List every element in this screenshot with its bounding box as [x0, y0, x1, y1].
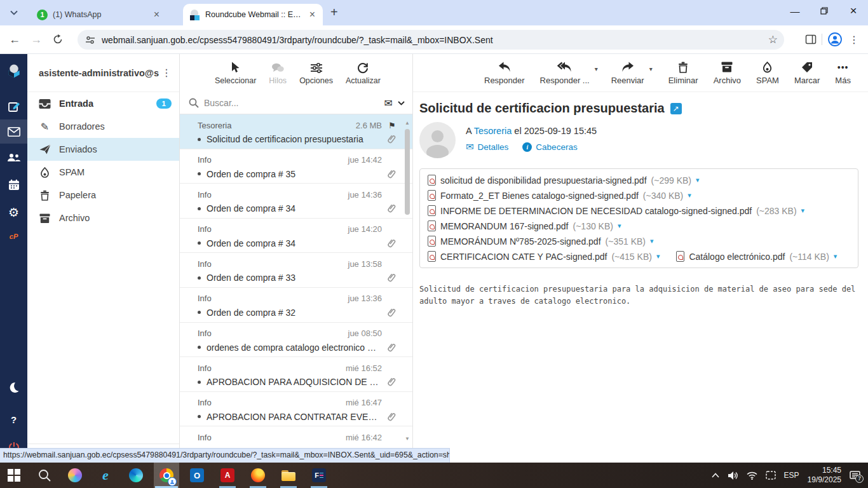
search-options-chevron-icon[interactable]	[398, 101, 405, 105]
file-explorer-button[interactable]	[276, 463, 301, 488]
forward-button[interactable]: →	[25, 29, 47, 50]
message-row[interactable]: Tesoreria2.6 MB⚑ Solicitud de certificac…	[180, 114, 412, 149]
restore-button[interactable]	[810, 0, 839, 22]
flag-icon[interactable]: ⚑	[382, 121, 396, 130]
message-row[interactable]: Infojue 13:36 Orden de compra # 32	[180, 288, 412, 323]
scrollbar-thumb[interactable]	[405, 129, 410, 215]
minimize-button[interactable]: —	[780, 0, 810, 22]
headers-link[interactable]: i Cabeceras	[522, 141, 577, 152]
start-button[interactable]	[1, 463, 27, 488]
help-button[interactable]: ?	[0, 407, 27, 431]
tab-search-button[interactable]	[5, 4, 23, 22]
nav-calendar-button[interactable]	[0, 173, 27, 197]
details-link[interactable]: ✉ Detalles	[466, 141, 508, 152]
dark-mode-button[interactable]	[0, 375, 27, 399]
message-row[interactable]: Infojue 08:50 ordenes de compra catalogo…	[180, 323, 412, 358]
attachment-item[interactable]: Catálogo electrónico.pdf(~114 KB)▾	[676, 251, 837, 262]
firefox-button[interactable]	[245, 463, 271, 488]
folder-borradores[interactable]: ✎ Borradores	[27, 115, 179, 138]
taskbar-clock[interactable]: 15:45 19/9/2025	[808, 466, 841, 485]
options-button[interactable]: Opciones	[299, 62, 333, 85]
forward-button[interactable]: Reenviar ▾	[611, 61, 644, 85]
volume-icon[interactable]	[728, 471, 738, 480]
nav-mail-button[interactable]	[0, 119, 27, 144]
taskbar-search-button[interactable]	[32, 463, 57, 488]
nav-settings-button[interactable]: ⚙	[0, 200, 27, 224]
tray-expand-icon[interactable]	[712, 473, 719, 478]
message-row[interactable]: Infojue 14:36 Orden de compra # 34	[180, 184, 412, 219]
more-button[interactable]: ••• Más	[835, 61, 851, 85]
attachment-caret-icon[interactable]: ▾	[650, 237, 654, 245]
message-row[interactable]: Infojue 13:58 Orden de compra # 33	[180, 253, 412, 288]
reply-all-button[interactable]: Responder ... ▾	[540, 61, 590, 85]
recipient-link[interactable]: Tesoreria	[474, 126, 512, 136]
back-button[interactable]: ←	[4, 29, 25, 50]
folder-papelera[interactable]: Papelera	[27, 184, 179, 207]
scroll-up-icon[interactable]: ▲	[404, 120, 410, 126]
dropdown-caret-icon[interactable]: ▾	[649, 65, 653, 72]
edge-button[interactable]	[123, 463, 149, 488]
folder-spam[interactable]: SPAM	[27, 161, 179, 184]
attachment-caret-icon[interactable]: ▾	[688, 191, 691, 200]
bookmark-star-icon[interactable]: ☆	[768, 33, 778, 46]
delete-button[interactable]: Eliminar	[668, 61, 698, 85]
url-bar[interactable]: webmail.sanjuan.gob.ec/cpsess5479880491/…	[78, 30, 784, 50]
attachment-item[interactable]: solicitud de disponibilidad presupuestar…	[428, 175, 700, 186]
message-row[interactable]: Infomié 16:47 APROBACION PARA CONTRATAR …	[180, 392, 412, 427]
outlook-button[interactable]: O	[184, 463, 210, 488]
cpanel-logo[interactable]: cP	[0, 224, 27, 248]
reply-button[interactable]: Responder	[484, 61, 525, 85]
folder-enviados[interactable]: Enviados	[27, 138, 179, 161]
scroll-down-icon[interactable]: ▼	[404, 436, 410, 442]
threads-button[interactable]: Hilos	[269, 62, 287, 85]
tab-whatsapp[interactable]: 1 (1) WhatsApp ×	[31, 4, 167, 25]
close-icon[interactable]: ×	[153, 10, 161, 20]
language-indicator[interactable]: ESP	[784, 471, 799, 480]
attachment-caret-icon[interactable]: ▾	[834, 252, 837, 261]
open-in-new-window-icon[interactable]: ↗	[670, 103, 682, 114]
tab-roundcube[interactable]: Roundcube Webmail :: Enviados ×	[183, 4, 323, 25]
display-icon[interactable]	[766, 471, 776, 480]
search-scope-mail-icon[interactable]: ✉	[384, 97, 393, 109]
browser-menu-icon[interactable]: ⋮	[843, 34, 865, 46]
dropdown-caret-icon[interactable]: ▾	[595, 65, 598, 72]
mark-button[interactable]: Marcar	[794, 61, 820, 85]
search-input[interactable]	[204, 98, 379, 108]
message-row[interactable]: Infojue 14:42 Orden de compra # 35	[180, 149, 412, 184]
attachment-item[interactable]: MEMORÁNDUM Nº785-2025-signed.pdf(~351 KB…	[428, 236, 654, 247]
acrobat-button[interactable]: A	[215, 463, 240, 488]
side-panel-icon[interactable]	[805, 34, 817, 45]
message-row[interactable]: Infojue 14:20 Orden de compra # 34	[180, 219, 412, 254]
list-scrollbar[interactable]: ▲ ▼	[404, 118, 410, 459]
reload-button[interactable]	[47, 29, 69, 50]
attachment-caret-icon[interactable]: ▾	[801, 207, 805, 215]
new-tab-button[interactable]: +	[330, 5, 338, 20]
site-settings-icon[interactable]	[85, 36, 95, 44]
profile-avatar-icon[interactable]	[827, 32, 843, 47]
wifi-icon[interactable]	[747, 471, 757, 480]
select-button[interactable]: Seleccionar	[215, 62, 256, 85]
folder-archivo[interactable]: Archivo	[27, 207, 179, 229]
compose-button[interactable]	[0, 95, 27, 119]
close-icon[interactable]: ×	[308, 10, 316, 20]
fapp-button[interactable]: F	[306, 463, 332, 488]
spam-button[interactable]: SPAM	[756, 61, 779, 85]
chrome-button[interactable]	[154, 463, 179, 488]
attachment-caret-icon[interactable]: ▾	[618, 222, 621, 230]
attachment-item[interactable]: CERTIFICACION CATE Y PAC-signed.pdf(~415…	[428, 251, 660, 262]
attachment-item[interactable]: INFORME DE DETERMINACION DE NECESIDAD ca…	[428, 205, 804, 216]
refresh-button[interactable]: Actualizar	[346, 62, 381, 85]
copilot-button[interactable]	[62, 463, 88, 488]
close-window-button[interactable]: ×	[839, 0, 868, 22]
account-menu-icon[interactable]: ⋮	[159, 67, 174, 79]
archive-button[interactable]: Archivo	[714, 61, 741, 85]
folder-entrada[interactable]: Entrada 1	[27, 92, 179, 115]
attachment-item[interactable]: MEMORANDUM 167-signed.pdf(~130 KB)▾	[428, 220, 621, 231]
message-row[interactable]: Infomié 16:52 APROBACION PARA ADQUISICIO…	[180, 357, 412, 392]
notification-center-button[interactable]: 7	[850, 471, 860, 480]
attachment-item[interactable]: Formato_2_ET Bienes catalogo-signed-sign…	[428, 190, 691, 201]
attachment-caret-icon[interactable]: ▾	[696, 176, 700, 184]
nav-contacts-button[interactable]	[0, 146, 27, 170]
attachment-caret-icon[interactable]: ▾	[656, 252, 660, 261]
internet-explorer-button[interactable]: e	[93, 463, 118, 488]
